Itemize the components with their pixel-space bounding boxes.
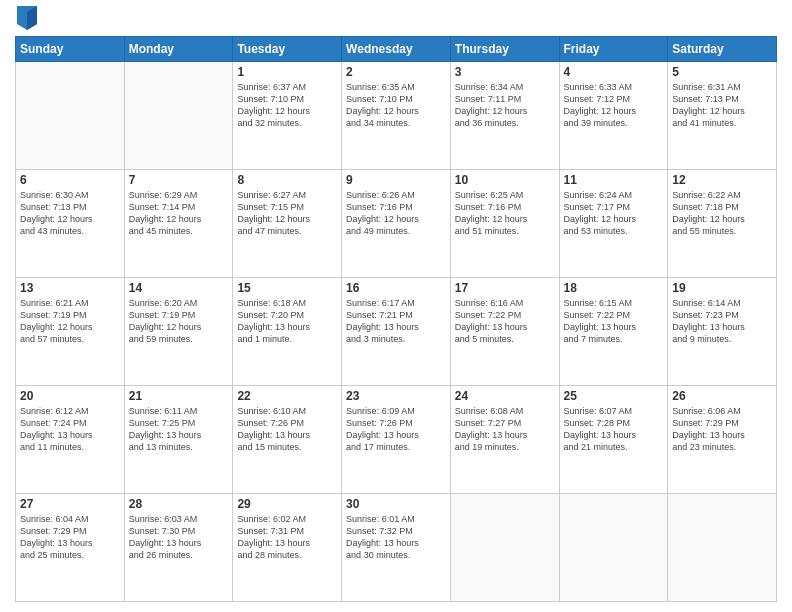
day-info: Sunrise: 6:22 AM Sunset: 7:18 PM Dayligh…	[672, 189, 772, 238]
calendar-cell: 6Sunrise: 6:30 AM Sunset: 7:13 PM Daylig…	[16, 170, 125, 278]
day-number: 1	[237, 65, 337, 79]
calendar-cell	[16, 62, 125, 170]
day-number: 24	[455, 389, 555, 403]
day-number: 6	[20, 173, 120, 187]
calendar-cell: 9Sunrise: 6:26 AM Sunset: 7:16 PM Daylig…	[342, 170, 451, 278]
day-number: 12	[672, 173, 772, 187]
day-info: Sunrise: 6:12 AM Sunset: 7:24 PM Dayligh…	[20, 405, 120, 454]
day-info: Sunrise: 6:35 AM Sunset: 7:10 PM Dayligh…	[346, 81, 446, 130]
day-info: Sunrise: 6:29 AM Sunset: 7:14 PM Dayligh…	[129, 189, 229, 238]
calendar-cell: 1Sunrise: 6:37 AM Sunset: 7:10 PM Daylig…	[233, 62, 342, 170]
day-info: Sunrise: 6:15 AM Sunset: 7:22 PM Dayligh…	[564, 297, 664, 346]
logo	[15, 10, 37, 30]
calendar-week-row: 1Sunrise: 6:37 AM Sunset: 7:10 PM Daylig…	[16, 62, 777, 170]
calendar-header-row: SundayMondayTuesdayWednesdayThursdayFrid…	[16, 37, 777, 62]
calendar-cell: 22Sunrise: 6:10 AM Sunset: 7:26 PM Dayli…	[233, 386, 342, 494]
calendar-cell: 17Sunrise: 6:16 AM Sunset: 7:22 PM Dayli…	[450, 278, 559, 386]
day-number: 20	[20, 389, 120, 403]
day-number: 7	[129, 173, 229, 187]
calendar-cell	[668, 494, 777, 602]
day-info: Sunrise: 6:30 AM Sunset: 7:13 PM Dayligh…	[20, 189, 120, 238]
logo-text	[15, 10, 37, 30]
calendar-day-header: Sunday	[16, 37, 125, 62]
day-number: 4	[564, 65, 664, 79]
day-info: Sunrise: 6:24 AM Sunset: 7:17 PM Dayligh…	[564, 189, 664, 238]
day-number: 25	[564, 389, 664, 403]
day-info: Sunrise: 6:21 AM Sunset: 7:19 PM Dayligh…	[20, 297, 120, 346]
day-number: 23	[346, 389, 446, 403]
day-info: Sunrise: 6:26 AM Sunset: 7:16 PM Dayligh…	[346, 189, 446, 238]
day-info: Sunrise: 6:04 AM Sunset: 7:29 PM Dayligh…	[20, 513, 120, 562]
day-number: 28	[129, 497, 229, 511]
day-info: Sunrise: 6:07 AM Sunset: 7:28 PM Dayligh…	[564, 405, 664, 454]
calendar-week-row: 20Sunrise: 6:12 AM Sunset: 7:24 PM Dayli…	[16, 386, 777, 494]
calendar-cell: 13Sunrise: 6:21 AM Sunset: 7:19 PM Dayli…	[16, 278, 125, 386]
day-number: 26	[672, 389, 772, 403]
day-info: Sunrise: 6:31 AM Sunset: 7:13 PM Dayligh…	[672, 81, 772, 130]
calendar-cell: 19Sunrise: 6:14 AM Sunset: 7:23 PM Dayli…	[668, 278, 777, 386]
day-info: Sunrise: 6:25 AM Sunset: 7:16 PM Dayligh…	[455, 189, 555, 238]
day-number: 19	[672, 281, 772, 295]
day-info: Sunrise: 6:14 AM Sunset: 7:23 PM Dayligh…	[672, 297, 772, 346]
calendar-cell: 11Sunrise: 6:24 AM Sunset: 7:17 PM Dayli…	[559, 170, 668, 278]
day-number: 14	[129, 281, 229, 295]
day-info: Sunrise: 6:16 AM Sunset: 7:22 PM Dayligh…	[455, 297, 555, 346]
day-info: Sunrise: 6:02 AM Sunset: 7:31 PM Dayligh…	[237, 513, 337, 562]
day-number: 21	[129, 389, 229, 403]
calendar-cell: 25Sunrise: 6:07 AM Sunset: 7:28 PM Dayli…	[559, 386, 668, 494]
day-info: Sunrise: 6:06 AM Sunset: 7:29 PM Dayligh…	[672, 405, 772, 454]
day-info: Sunrise: 6:03 AM Sunset: 7:30 PM Dayligh…	[129, 513, 229, 562]
calendar-cell	[450, 494, 559, 602]
calendar-cell	[559, 494, 668, 602]
day-number: 3	[455, 65, 555, 79]
day-info: Sunrise: 6:34 AM Sunset: 7:11 PM Dayligh…	[455, 81, 555, 130]
calendar-day-header: Tuesday	[233, 37, 342, 62]
day-info: Sunrise: 6:37 AM Sunset: 7:10 PM Dayligh…	[237, 81, 337, 130]
day-info: Sunrise: 6:08 AM Sunset: 7:27 PM Dayligh…	[455, 405, 555, 454]
calendar-cell: 14Sunrise: 6:20 AM Sunset: 7:19 PM Dayli…	[124, 278, 233, 386]
day-number: 17	[455, 281, 555, 295]
day-info: Sunrise: 6:11 AM Sunset: 7:25 PM Dayligh…	[129, 405, 229, 454]
page: SundayMondayTuesdayWednesdayThursdayFrid…	[0, 0, 792, 612]
day-info: Sunrise: 6:10 AM Sunset: 7:26 PM Dayligh…	[237, 405, 337, 454]
calendar-cell: 8Sunrise: 6:27 AM Sunset: 7:15 PM Daylig…	[233, 170, 342, 278]
calendar-cell: 29Sunrise: 6:02 AM Sunset: 7:31 PM Dayli…	[233, 494, 342, 602]
calendar-day-header: Wednesday	[342, 37, 451, 62]
calendar-day-header: Friday	[559, 37, 668, 62]
calendar-day-header: Saturday	[668, 37, 777, 62]
calendar-cell: 5Sunrise: 6:31 AM Sunset: 7:13 PM Daylig…	[668, 62, 777, 170]
day-number: 8	[237, 173, 337, 187]
day-number: 11	[564, 173, 664, 187]
calendar-cell: 28Sunrise: 6:03 AM Sunset: 7:30 PM Dayli…	[124, 494, 233, 602]
day-number: 9	[346, 173, 446, 187]
day-number: 27	[20, 497, 120, 511]
day-info: Sunrise: 6:33 AM Sunset: 7:12 PM Dayligh…	[564, 81, 664, 130]
calendar-cell: 4Sunrise: 6:33 AM Sunset: 7:12 PM Daylig…	[559, 62, 668, 170]
calendar-cell: 26Sunrise: 6:06 AM Sunset: 7:29 PM Dayli…	[668, 386, 777, 494]
day-info: Sunrise: 6:27 AM Sunset: 7:15 PM Dayligh…	[237, 189, 337, 238]
calendar-day-header: Monday	[124, 37, 233, 62]
calendar-cell: 20Sunrise: 6:12 AM Sunset: 7:24 PM Dayli…	[16, 386, 125, 494]
day-number: 2	[346, 65, 446, 79]
day-number: 22	[237, 389, 337, 403]
day-number: 10	[455, 173, 555, 187]
day-info: Sunrise: 6:09 AM Sunset: 7:26 PM Dayligh…	[346, 405, 446, 454]
calendar-cell: 12Sunrise: 6:22 AM Sunset: 7:18 PM Dayli…	[668, 170, 777, 278]
day-number: 29	[237, 497, 337, 511]
day-number: 15	[237, 281, 337, 295]
calendar-cell: 18Sunrise: 6:15 AM Sunset: 7:22 PM Dayli…	[559, 278, 668, 386]
day-number: 18	[564, 281, 664, 295]
calendar-week-row: 13Sunrise: 6:21 AM Sunset: 7:19 PM Dayli…	[16, 278, 777, 386]
calendar-cell: 10Sunrise: 6:25 AM Sunset: 7:16 PM Dayli…	[450, 170, 559, 278]
day-info: Sunrise: 6:20 AM Sunset: 7:19 PM Dayligh…	[129, 297, 229, 346]
day-info: Sunrise: 6:18 AM Sunset: 7:20 PM Dayligh…	[237, 297, 337, 346]
calendar-cell: 16Sunrise: 6:17 AM Sunset: 7:21 PM Dayli…	[342, 278, 451, 386]
calendar-cell: 23Sunrise: 6:09 AM Sunset: 7:26 PM Dayli…	[342, 386, 451, 494]
logo-icon	[17, 6, 37, 30]
day-number: 5	[672, 65, 772, 79]
calendar-cell: 30Sunrise: 6:01 AM Sunset: 7:32 PM Dayli…	[342, 494, 451, 602]
calendar-cell: 15Sunrise: 6:18 AM Sunset: 7:20 PM Dayli…	[233, 278, 342, 386]
calendar-cell: 2Sunrise: 6:35 AM Sunset: 7:10 PM Daylig…	[342, 62, 451, 170]
day-info: Sunrise: 6:17 AM Sunset: 7:21 PM Dayligh…	[346, 297, 446, 346]
day-info: Sunrise: 6:01 AM Sunset: 7:32 PM Dayligh…	[346, 513, 446, 562]
